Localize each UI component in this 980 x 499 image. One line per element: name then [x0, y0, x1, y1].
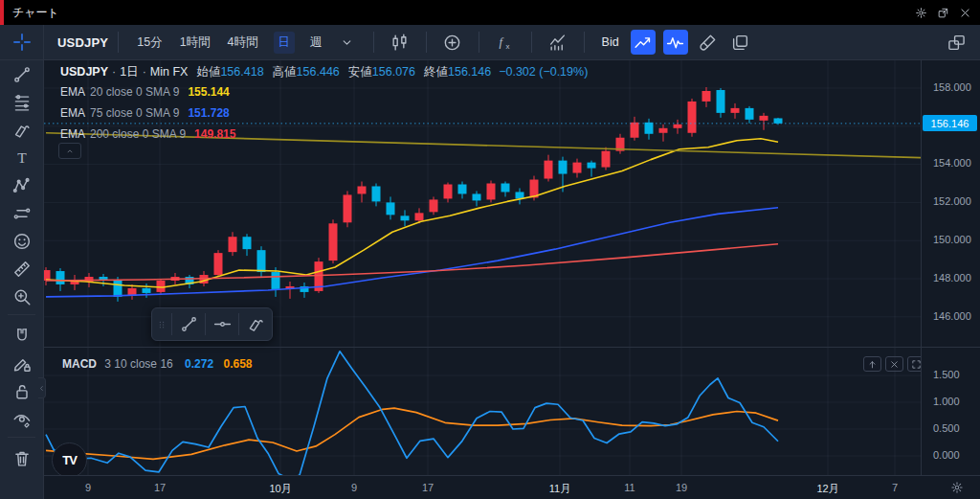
price-axis-label: 148.000 — [933, 272, 971, 284]
tradingview-logo[interactable]: TV — [52, 442, 87, 478]
float-tool-drag-handle[interactable] — [152, 307, 171, 341]
symbol-legend: USDJPY·1日·Min FX始値156.418高値156.446安値156.… — [60, 64, 588, 80]
indicator-params: 75 close 0 SMA 9 — [90, 106, 179, 120]
indicator-name: EMA — [60, 106, 85, 120]
symbol-button[interactable]: USDJPY — [57, 35, 108, 50]
sidebar-tool-fib-retracement[interactable] — [0, 88, 44, 116]
trend-line-icon — [180, 315, 198, 333]
interval-menu-button[interactable] — [335, 30, 360, 55]
sidebar-tool-emoji[interactable] — [0, 227, 44, 255]
close-pane-button[interactable] — [885, 356, 903, 372]
magnet-icon — [12, 327, 32, 346]
sidebar-group-separator — [8, 437, 35, 444]
sidebar-tool-magnet[interactable] — [0, 322, 44, 350]
compare-add-button[interactable] — [440, 30, 465, 55]
indicator-row-ema20[interactable]: EMA20 close 0 SMA 9155.144 — [60, 85, 230, 99]
ohlc-value: 156.446 — [297, 65, 340, 79]
sidebar-tool-long-position[interactable] — [0, 199, 44, 227]
trend-line-icon — [12, 65, 32, 84]
toolbar-main-buttons: fx — [384, 30, 594, 55]
chart-canvas[interactable]: USDJPY·1日·Min FX始値156.418高値156.446安値156.… — [44, 60, 921, 475]
ohlc-value: 156.146 — [448, 65, 491, 79]
interval-button-2[interactable]: 1時間 — [178, 32, 212, 54]
interval-button-5[interactable]: 週 — [308, 32, 324, 54]
toolbar-separator — [479, 32, 479, 53]
float-tool-trend-line[interactable] — [172, 307, 205, 341]
svg-text:T: T — [17, 149, 27, 166]
line-chart-button[interactable] — [631, 30, 656, 55]
bid-button[interactable]: Bid — [602, 35, 619, 49]
move-pane-up-icon — [867, 359, 878, 370]
open-new-window-button[interactable] — [935, 5, 950, 20]
close-pane-icon — [889, 359, 900, 370]
current-price-label: 156.146 — [923, 115, 977, 131]
titlebar-accent — [0, 0, 4, 25]
sidebar-tool-remove-drawings[interactable] — [0, 444, 44, 472]
float-tool-brush[interactable] — [239, 307, 272, 341]
macd-value: 0.272 — [185, 357, 213, 371]
interval-button-4[interactable]: 日 — [274, 32, 296, 54]
move-pane-up-button[interactable] — [863, 356, 881, 372]
settings-gear-button[interactable] — [913, 5, 928, 20]
drawing-mode-lock-icon — [12, 354, 32, 374]
candlesticks-button[interactable] — [388, 30, 412, 55]
open-new-window-icon — [937, 7, 949, 19]
sidebar-tool-zoom-in[interactable] — [0, 283, 44, 310]
price-axis-label: 0.500 — [933, 422, 960, 434]
toolbar-separator — [426, 32, 427, 53]
ohlc-values: 始値156.418高値156.446安値156.076終値156.146 — [188, 65, 491, 79]
pane-separator[interactable] — [44, 347, 980, 348]
toolbar-separator — [118, 32, 119, 53]
time-axis-settings-icon[interactable] — [950, 481, 964, 494]
indicator-params: 200 close 0 SMA 9 — [90, 127, 186, 141]
sidebar-collapse-tab[interactable] — [38, 377, 46, 398]
multi-window-button[interactable] — [944, 30, 969, 55]
time-axis-label: 11 — [624, 482, 635, 493]
line-chart-icon — [634, 34, 652, 52]
sidebar-tool-drawing-mode-lock[interactable] — [0, 350, 44, 377]
price-chart — [44, 60, 921, 475]
legend-feed: Min FX — [150, 65, 189, 79]
indicator-value: 149.815 — [194, 127, 235, 141]
long-position-icon — [12, 204, 32, 223]
indicator-name: EMA — [60, 85, 85, 99]
indicator-name: EMA — [60, 127, 85, 141]
duplicate-chart-button[interactable] — [728, 30, 753, 55]
time-axis-label: 19 — [676, 482, 687, 493]
float-tool-horizontal-line[interactable] — [206, 307, 238, 341]
ohlc-label: 始値 — [196, 65, 220, 79]
sidebar-tool-brush[interactable] — [0, 116, 44, 144]
price-axis[interactable]: 156.146 158.000154.000152.000150.000148.… — [921, 60, 980, 475]
sidebar-tool-hide-drawings[interactable] — [0, 405, 44, 433]
indicator-row-ema75[interactable]: EMA75 close 0 SMA 9151.728 — [60, 106, 230, 120]
sidebar-tool-trend-line[interactable] — [0, 60, 44, 88]
indicator-value: 151.728 — [188, 106, 229, 120]
price-axis-label: 152.000 — [933, 195, 971, 207]
ohlc-value: 156.076 — [372, 65, 415, 79]
themes-brush-button[interactable] — [696, 30, 721, 55]
drawing-sidebar: T — [0, 25, 44, 499]
interval-button-1[interactable]: 15分 — [135, 32, 164, 54]
compare-add-icon — [443, 34, 461, 52]
close-button[interactable] — [957, 5, 972, 20]
legend-collapse-button[interactable] — [58, 143, 81, 159]
sidebar-tool-xabcd-pattern[interactable] — [0, 171, 44, 199]
lock-all-drawings-icon — [12, 382, 32, 401]
indicator-row-ema200[interactable]: EMA200 close 0 SMA 9149.815 — [60, 127, 235, 141]
ohlc-label: 安値 — [348, 65, 372, 79]
sidebar-tool-text-tool[interactable]: T — [0, 144, 44, 171]
ohlc-value: 156.418 — [220, 65, 263, 79]
indicator-template-button[interactable] — [546, 30, 570, 55]
pulse-chart-button[interactable] — [663, 30, 688, 55]
sidebar-tool-crosshair[interactable] — [0, 29, 43, 57]
indicators-fx-button[interactable]: fx — [493, 30, 518, 55]
price-axis-label: 146.000 — [933, 310, 971, 322]
sidebar-tool-ruler[interactable] — [0, 255, 44, 283]
horizontal-line-icon — [213, 315, 232, 333]
emoji-icon — [12, 232, 32, 251]
time-axis[interactable]: 91710月91711月111912月7 — [44, 475, 980, 499]
indicator-value: 155.144 — [188, 85, 229, 99]
crosshair-slot — [0, 25, 43, 60]
text-tool-icon: T — [12, 148, 32, 168]
interval-button-3[interactable]: 4時間 — [226, 32, 260, 54]
